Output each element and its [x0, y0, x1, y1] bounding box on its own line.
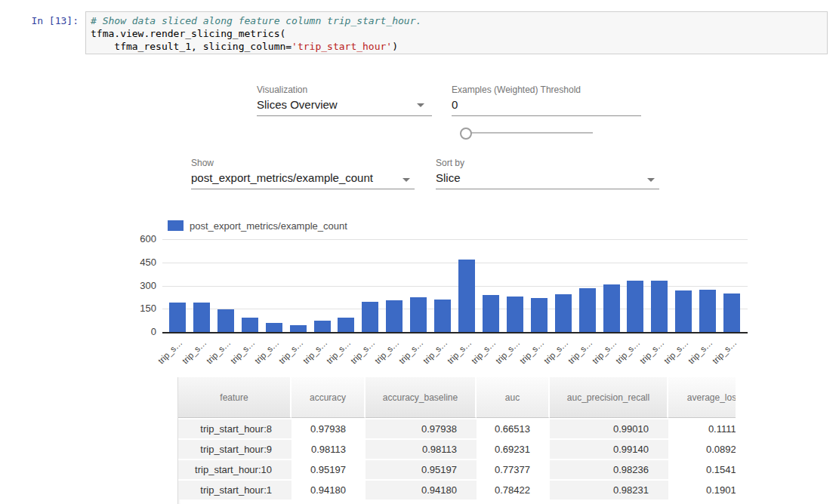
column-header-auc[interactable]: auc: [477, 377, 550, 418]
show-dropdown[interactable]: post_export_metrics/example_count: [191, 171, 373, 184]
visualization-dropdown[interactable]: Slices Overview: [257, 98, 338, 111]
sort-by-label: Sort by: [436, 158, 464, 168]
metric-cell: 0.99010: [550, 418, 668, 438]
bar[interactable]: [193, 303, 210, 332]
bar[interactable]: [507, 297, 523, 332]
notebook-cell-screenshot: In [13]: # Show data sliced along featur…: [0, 0, 839, 504]
metric-cell: 0.98231: [550, 479, 668, 499]
bar[interactable]: [362, 302, 378, 332]
gridline: [162, 263, 748, 263]
bar[interactable]: [579, 288, 596, 332]
column-header-feature[interactable]: feature: [178, 377, 291, 418]
dropdown-arrow-icon[interactable]: [417, 103, 424, 107]
metric-cell: 0.19012: [668, 479, 736, 499]
feature-cell: trip_start_hour:10: [178, 459, 291, 479]
sort-underline: [436, 189, 659, 189]
bar[interactable]: [723, 293, 740, 332]
code-comment: # Show data sliced along feature column …: [91, 15, 421, 26]
bar[interactable]: [483, 295, 499, 332]
bar[interactable]: [699, 290, 716, 332]
bar[interactable]: [338, 318, 354, 332]
metric-cell: 0.66513: [477, 418, 550, 438]
visualization-label: Visualization: [257, 85, 307, 95]
code-call-line: tfma.view.render_slicing_metrics(: [91, 28, 285, 39]
threshold-slider-track[interactable]: [465, 132, 593, 134]
show-label: Show: [191, 158, 214, 168]
table-row[interactable]: trip_start_hour:80.979380.979380.665130.…: [178, 418, 736, 438]
metric-cell: 0.97938: [291, 418, 366, 438]
dropdown-arrow-icon[interactable]: [403, 178, 410, 182]
cell-prompt: In [13]:: [0, 15, 79, 26]
legend-swatch: [168, 220, 184, 231]
column-header-accuracy_baseline[interactable]: accuracy_baseline: [366, 377, 477, 418]
show-underline: [191, 189, 415, 189]
metric-cell: 0.69231: [477, 438, 550, 459]
metric-cell: 0.08922: [668, 438, 736, 459]
bar[interactable]: [651, 281, 668, 332]
dropdown-arrow-icon[interactable]: [647, 178, 655, 182]
code-args: tfma_result_1, slicing_column='trip_star…: [91, 41, 398, 52]
bar[interactable]: [266, 323, 282, 332]
y-axis-tick-label: 450: [126, 257, 156, 268]
slices-bar-chart: [162, 239, 748, 333]
bar[interactable]: [675, 290, 692, 332]
bar[interactable]: [531, 298, 548, 332]
threshold-label: Examples (Weighted) Threshold: [452, 85, 581, 95]
bar[interactable]: [434, 300, 451, 332]
bar[interactable]: [242, 318, 258, 332]
y-axis-tick-label: 600: [126, 233, 156, 244]
table-row[interactable]: trip_start_hour:100.951970.951970.773770…: [178, 459, 736, 479]
metric-cell: 0.99140: [550, 438, 668, 459]
y-axis-tick-label: 0: [126, 326, 156, 337]
threshold-underline: [452, 115, 641, 116]
metric-cell: 0.94180: [291, 479, 366, 499]
metric-cell: 0.95197: [291, 459, 366, 479]
bar[interactable]: [458, 260, 475, 332]
code-editor[interactable]: # Show data sliced along feature column …: [85, 11, 828, 54]
metrics-table: featureaccuracyaccuracy_baselineaucauc_p…: [178, 377, 736, 499]
metric-cell: 0.95197: [366, 459, 477, 479]
y-axis-tick-label: 300: [126, 280, 156, 291]
visualization-underline: [257, 115, 432, 116]
table-header-row: featureaccuracyaccuracy_baselineaucauc_p…: [178, 377, 736, 418]
metric-cell: 0.98236: [550, 459, 668, 479]
code-string-literal: 'trip_start_hour': [291, 41, 392, 52]
table-row[interactable]: trip_start_hour:10.941800.941800.784220.…: [178, 479, 736, 499]
metric-cell: 0.11116: [668, 418, 736, 438]
metric-cell: 0.78422: [477, 479, 550, 499]
bar[interactable]: [555, 294, 572, 332]
metric-cell: 0.97938: [366, 418, 477, 438]
table-row[interactable]: trip_start_hour:90.981130.981130.692310.…: [178, 438, 736, 459]
bar[interactable]: [627, 281, 643, 332]
column-header-auc_precision_recall[interactable]: auc_precision_recall: [550, 377, 668, 418]
column-header-average_loss[interactable]: average_loss: [668, 377, 736, 418]
bar[interactable]: [290, 325, 307, 332]
bar[interactable]: [386, 300, 403, 332]
sort-by-dropdown[interactable]: Slice: [436, 171, 461, 184]
feature-cell: trip_start_hour:1: [178, 479, 291, 499]
metric-cell: 0.77377: [477, 459, 550, 479]
feature-cell: trip_start_hour:9: [178, 438, 291, 459]
y-axis-tick-label: 150: [126, 303, 156, 314]
bar[interactable]: [169, 303, 186, 332]
bar[interactable]: [410, 297, 427, 332]
bar[interactable]: [603, 284, 620, 332]
metric-cell: 0.15417: [668, 459, 736, 479]
metrics-table-container[interactable]: featureaccuracyaccuracy_baselineaucauc_p…: [177, 377, 736, 504]
gridline: [162, 239, 748, 240]
table-body: trip_start_hour:80.979380.979380.665130.…: [178, 418, 736, 499]
metric-cell: 0.98113: [291, 438, 366, 459]
feature-cell: trip_start_hour:8: [178, 418, 291, 438]
bar[interactable]: [314, 321, 331, 332]
legend-label: post_export_metrics/example_count: [190, 220, 347, 232]
metric-cell: 0.94180: [366, 479, 477, 499]
bar[interactable]: [217, 309, 234, 332]
metric-cell: 0.98113: [366, 438, 477, 459]
threshold-slider-handle[interactable]: [460, 128, 472, 140]
threshold-input[interactable]: 0: [452, 98, 458, 111]
column-header-accuracy[interactable]: accuracy: [291, 377, 366, 418]
